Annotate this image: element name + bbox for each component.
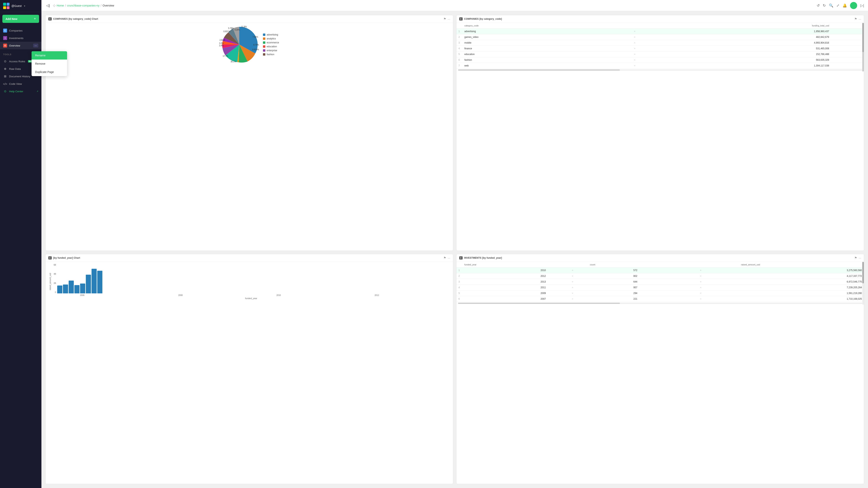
overview-more-button[interactable]: ··· bbox=[33, 43, 38, 47]
investments-table-header: Σ INVESTMENTS [by funded_year] ⚑ ··· bbox=[457, 254, 864, 262]
inv-cell-eq-6a[interactable]: = bbox=[548, 296, 597, 302]
notifications-button[interactable]: 🔔 bbox=[842, 3, 847, 8]
table-row: 5 education = 152,766,488 bbox=[457, 52, 864, 57]
legend-enterprise: enterprise bbox=[263, 49, 279, 52]
cell-eq-5[interactable]: = bbox=[614, 52, 656, 57]
bar-2010 bbox=[80, 284, 85, 293]
inv-cell-count-6: 221 bbox=[597, 296, 639, 302]
investments-table-more[interactable]: ··· bbox=[859, 256, 861, 260]
cell-spacer-5 bbox=[831, 52, 864, 57]
context-menu-item-rename[interactable]: Rename bbox=[32, 51, 41, 60]
x-label-2010: 2010 bbox=[254, 294, 303, 296]
category-table-more[interactable]: ··· bbox=[859, 18, 861, 21]
inv-cell-amount-3: 6,972,546,775 bbox=[762, 279, 864, 285]
row-num-7: 7 bbox=[457, 63, 462, 69]
cell-eq-1[interactable]: = bbox=[614, 29, 656, 34]
legend-dot-ecommerce bbox=[263, 41, 265, 44]
table-row: 4 2011 = 957 = 7,239,205,264 bbox=[457, 285, 864, 290]
cell-eq-2[interactable]: = bbox=[614, 34, 656, 40]
investments-table-body: funded_year count raised_amount_usd 1 20… bbox=[457, 262, 864, 305]
sidebar-item-investments[interactable]: I Investments bbox=[0, 34, 41, 42]
x-label-2012: 2012 bbox=[352, 294, 401, 296]
add-new-button[interactable]: Add New + bbox=[2, 15, 39, 23]
redo-button[interactable]: ↻ bbox=[823, 3, 826, 8]
category-data-table: category_code funding_total_usd 1 advert… bbox=[457, 23, 864, 69]
investments-table-filter[interactable]: ⚑ bbox=[855, 256, 857, 260]
bar-chart-filter[interactable]: ⚑ bbox=[443, 256, 446, 260]
pie-chart-more-button[interactable]: ··· bbox=[447, 18, 450, 21]
sidebar-item-overview[interactable]: O Overview ··· bbox=[0, 42, 41, 49]
cell-eq-7[interactable]: = bbox=[614, 63, 656, 69]
inv-cell-eq-6b[interactable]: = bbox=[639, 296, 762, 302]
x-label-2006: 2006 bbox=[58, 294, 106, 296]
sidebar-item-code-view[interactable]: </> Code View bbox=[0, 80, 41, 88]
pie-chart-container: 11.8% 7.86% 8.79% 0.824% 30.1% 17.7% 2.9… bbox=[220, 25, 259, 64]
inv-row-num-4: 4 bbox=[457, 285, 462, 290]
inv-row-num-2: 2 bbox=[457, 273, 462, 279]
search-button[interactable]: 🔍 bbox=[829, 3, 833, 8]
inv-cell-eq-1a[interactable]: = bbox=[548, 267, 597, 273]
inv-cell-year-1: 2010 bbox=[462, 267, 548, 273]
bar-chart-widget: Σ [by funded_year] Chart ⚑ ··· raised_am… bbox=[45, 254, 453, 484]
sidebar-item-companies[interactable]: C Companies bbox=[0, 27, 41, 34]
x-label-2013 bbox=[402, 294, 450, 296]
document-history-icon: ⊞ bbox=[3, 74, 7, 78]
x-label-2011 bbox=[303, 294, 352, 296]
cell-spacer-7 bbox=[831, 63, 864, 69]
inv-cell-eq-5a[interactable]: = bbox=[548, 290, 597, 296]
legend-fashion: fashion bbox=[263, 53, 279, 56]
inv-cell-eq-3b[interactable]: = bbox=[639, 279, 762, 285]
breadcrumb-doc[interactable]: crunchbase-companies-ny bbox=[67, 4, 99, 7]
inv-cell-eq-2b[interactable]: = bbox=[639, 273, 762, 279]
pie-chart-filter-button[interactable]: ⚑ bbox=[443, 17, 446, 21]
legend-dot-analytics bbox=[263, 37, 265, 40]
x-label-2009 bbox=[205, 294, 254, 296]
horizontal-scrollbar[interactable] bbox=[458, 69, 862, 71]
breadcrumb-home[interactable]: Home bbox=[57, 4, 64, 7]
share-button[interactable]: ⤢ bbox=[836, 3, 839, 8]
investments-table-title: INVESTMENTS [by funded_year] bbox=[464, 257, 853, 259]
breadcrumb-page: Overview bbox=[102, 4, 114, 7]
cell-spacer-6 bbox=[831, 57, 864, 63]
cell-eq-6[interactable]: = bbox=[614, 57, 656, 63]
table-row: 4 finance = 531,465,008 bbox=[457, 46, 864, 52]
table-scrollbar-thumb bbox=[862, 23, 864, 52]
bars-area: 6B 4B 2B 0 bbox=[52, 264, 450, 293]
bar-2007 bbox=[63, 285, 68, 293]
cell-val-7: 1,304,117,038 bbox=[656, 63, 831, 69]
user-label[interactable]: @Guest bbox=[11, 4, 22, 7]
user-chevron-icon[interactable]: ▾ bbox=[24, 5, 25, 7]
inv-horizontal-scrollbar[interactable] bbox=[458, 303, 862, 304]
inv-row-num-6: 6 bbox=[457, 296, 462, 302]
inv-cell-eq-5b[interactable]: = bbox=[639, 290, 762, 296]
sigma-icon-2: Σ bbox=[459, 18, 463, 21]
cell-eq-4[interactable]: = bbox=[614, 46, 656, 52]
category-table-filter[interactable]: ⚑ bbox=[855, 17, 857, 21]
context-menu-item-remove[interactable]: Remove bbox=[32, 60, 41, 68]
undo-button[interactable]: ↺ bbox=[817, 3, 820, 8]
inv-cell-eq-4b[interactable]: = bbox=[639, 285, 762, 290]
table-scrollbar-track[interactable] bbox=[862, 23, 864, 71]
cell-val-4: 531,465,008 bbox=[656, 46, 831, 52]
inv-cell-eq-2a[interactable]: = bbox=[548, 273, 597, 279]
inv-table-scrollbar[interactable] bbox=[862, 262, 864, 305]
inv-col-eq1 bbox=[597, 262, 639, 267]
sidebar-item-help-center[interactable]: ⊙ Help Center ↗ bbox=[0, 88, 41, 95]
inv-cell-eq-4a[interactable]: = bbox=[548, 285, 597, 290]
cell-val-6: 563,635,329 bbox=[656, 57, 831, 63]
bar-2011 bbox=[86, 275, 91, 293]
sidebar: @Guest ▾ Add New + C Companies I Investm… bbox=[0, 0, 41, 488]
context-menu-item-duplicate[interactable]: Duplicate Page bbox=[32, 68, 41, 76]
investments-icon: I bbox=[3, 36, 7, 40]
bar-chart-more[interactable]: ··· bbox=[447, 256, 450, 260]
category-table-widget: Σ COMPANIES [by category_code] ⚑ ··· cat… bbox=[456, 15, 864, 251]
inv-cell-count-2: 802 bbox=[597, 273, 639, 279]
sidebar-toggle-button[interactable]: ▷| bbox=[860, 3, 864, 8]
inv-cell-eq-3a[interactable]: = bbox=[548, 279, 597, 285]
back-button[interactable]: ◁| bbox=[45, 3, 51, 8]
inv-cell-eq-1b[interactable]: = bbox=[639, 267, 762, 273]
overview-icon: O bbox=[3, 43, 7, 47]
pie-label-teal: 17.7% bbox=[223, 55, 228, 57]
cell-eq-3[interactable]: = bbox=[614, 40, 656, 46]
legend-dot-education bbox=[263, 45, 265, 48]
